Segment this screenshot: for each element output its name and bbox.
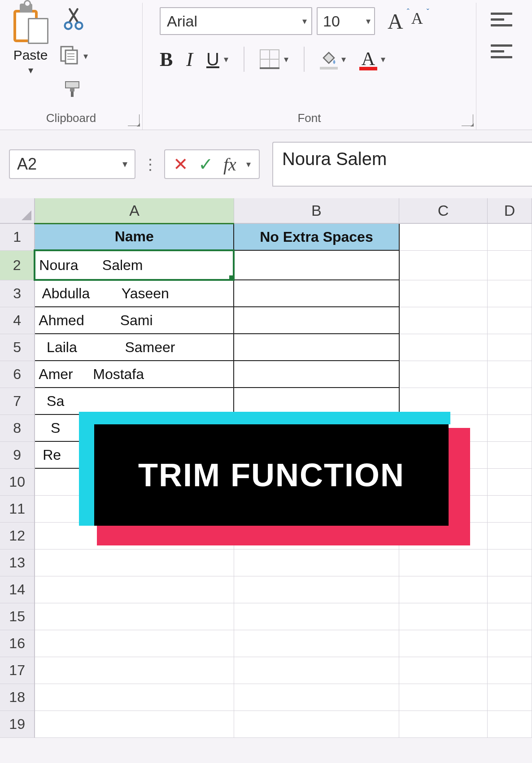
- cell-D8[interactable]: [488, 414, 532, 441]
- cell-D14[interactable]: [488, 576, 532, 603]
- cell-D18[interactable]: [488, 684, 532, 711]
- fill-color-button[interactable]: ▾: [320, 49, 346, 70]
- cell-C1[interactable]: [399, 223, 488, 250]
- cell-D2[interactable]: [488, 250, 532, 280]
- row-header-1[interactable]: 1: [0, 223, 35, 250]
- cell-A16[interactable]: [35, 630, 234, 657]
- bold-button[interactable]: B: [160, 48, 173, 71]
- underline-dropdown[interactable]: ▾: [224, 54, 228, 65]
- underline-button[interactable]: U: [206, 49, 219, 70]
- format-painter-button[interactable]: [63, 80, 84, 100]
- row-header-4[interactable]: 4: [0, 307, 35, 334]
- cell-B13[interactable]: [234, 549, 399, 576]
- column-header-B[interactable]: B: [234, 198, 399, 223]
- cell-B1[interactable]: No Extra Spaces: [234, 223, 399, 250]
- paste-button[interactable]: Paste ▾: [4, 3, 53, 76]
- row-header-2[interactable]: 2: [0, 250, 35, 280]
- cell-D12[interactable]: [488, 522, 532, 549]
- row-header-11[interactable]: 11: [0, 495, 35, 522]
- name-box[interactable]: A2 ▾: [9, 149, 135, 179]
- font-size-combo[interactable]: 10 ▾: [317, 7, 375, 35]
- cell-C16[interactable]: [399, 630, 488, 657]
- cell-D16[interactable]: [488, 630, 532, 657]
- column-header-C[interactable]: C: [399, 198, 488, 223]
- cell-A19[interactable]: [35, 711, 234, 737]
- cell-B7[interactable]: [234, 388, 399, 414]
- row-header-19[interactable]: 19: [0, 711, 35, 737]
- cell-C7[interactable]: [399, 388, 488, 414]
- row-header-13[interactable]: 13: [0, 549, 35, 576]
- cell-D11[interactable]: [488, 495, 532, 522]
- cell-C5[interactable]: [399, 334, 488, 361]
- cell-A4[interactable]: Ahmed Sami: [35, 307, 234, 334]
- cell-C14[interactable]: [399, 576, 488, 603]
- enter-button[interactable]: ✓: [198, 154, 214, 174]
- cell-D9[interactable]: [488, 441, 532, 468]
- chevron-down-icon[interactable]: ▾: [246, 159, 251, 170]
- cell-D15[interactable]: [488, 603, 532, 630]
- formula-input[interactable]: Noura Salem: [272, 142, 532, 187]
- cell-D6[interactable]: [488, 361, 532, 388]
- row-header-5[interactable]: 5: [0, 334, 35, 361]
- row-header-18[interactable]: 18: [0, 684, 35, 711]
- cell-D7[interactable]: [488, 388, 532, 414]
- column-header-A[interactable]: A: [35, 198, 234, 223]
- cell-A15[interactable]: [35, 603, 234, 630]
- cell-B16[interactable]: [234, 630, 399, 657]
- borders-dropdown[interactable]: ▾: [284, 54, 288, 65]
- cell-B6[interactable]: [234, 361, 399, 388]
- row-header-6[interactable]: 6: [0, 361, 35, 388]
- select-all-corner[interactable]: [0, 198, 35, 223]
- cell-B19[interactable]: [234, 711, 399, 737]
- cell-C6[interactable]: [399, 361, 488, 388]
- cell-B3[interactable]: [234, 280, 399, 307]
- cell-A7[interactable]: Sa: [35, 388, 234, 414]
- align-top-button[interactable]: [491, 13, 512, 26]
- font-name-combo[interactable]: Arial ▾: [160, 7, 312, 35]
- cell-A18[interactable]: [35, 684, 234, 711]
- copy-dropdown[interactable]: ▾: [83, 51, 88, 61]
- clipboard-launcher[interactable]: [128, 114, 140, 126]
- row-header-17[interactable]: 17: [0, 657, 35, 684]
- cell-A17[interactable]: [35, 657, 234, 684]
- cell-A5[interactable]: Laila Sameer: [35, 334, 234, 361]
- cell-D1[interactable]: [488, 223, 532, 250]
- insert-function-button[interactable]: fx: [223, 154, 236, 175]
- cell-C3[interactable]: [399, 280, 488, 307]
- cell-C15[interactable]: [399, 603, 488, 630]
- font-color-button[interactable]: A ▾: [359, 48, 385, 70]
- paste-dropdown[interactable]: ▾: [28, 65, 33, 76]
- fill-dropdown[interactable]: ▾: [341, 54, 346, 65]
- row-header-12[interactable]: 12: [0, 522, 35, 549]
- cell-C4[interactable]: [399, 307, 488, 334]
- row-header-9[interactable]: 9: [0, 441, 35, 468]
- cell-B5[interactable]: [234, 334, 399, 361]
- drag-handle[interactable]: ⋮: [140, 155, 160, 173]
- cell-C19[interactable]: [399, 711, 488, 737]
- cell-D19[interactable]: [488, 711, 532, 737]
- row-header-8[interactable]: 8: [0, 414, 35, 441]
- cell-B4[interactable]: [234, 307, 399, 334]
- cell-B18[interactable]: [234, 684, 399, 711]
- cell-D5[interactable]: [488, 334, 532, 361]
- align-left-button[interactable]: [491, 44, 512, 58]
- column-header-D[interactable]: D: [488, 198, 532, 223]
- font-color-dropdown[interactable]: ▾: [381, 54, 385, 65]
- cell-B17[interactable]: [234, 657, 399, 684]
- cancel-button[interactable]: ✕: [173, 154, 188, 174]
- row-header-14[interactable]: 14: [0, 576, 35, 603]
- cell-C17[interactable]: [399, 657, 488, 684]
- decrease-font-button[interactable]: Aˇ: [411, 9, 423, 34]
- cell-D4[interactable]: [488, 307, 532, 334]
- cell-C13[interactable]: [399, 549, 488, 576]
- cell-D17[interactable]: [488, 657, 532, 684]
- cell-B2[interactable]: [234, 250, 399, 280]
- cell-D10[interactable]: [488, 468, 532, 495]
- row-header-10[interactable]: 10: [0, 468, 35, 495]
- cell-A2[interactable]: Noura Salem: [35, 250, 234, 280]
- increase-font-button[interactable]: Aˆ: [388, 9, 403, 34]
- cell-A1[interactable]: Name: [35, 223, 234, 250]
- row-header-3[interactable]: 3: [0, 280, 35, 307]
- row-header-16[interactable]: 16: [0, 630, 35, 657]
- cell-C18[interactable]: [399, 684, 488, 711]
